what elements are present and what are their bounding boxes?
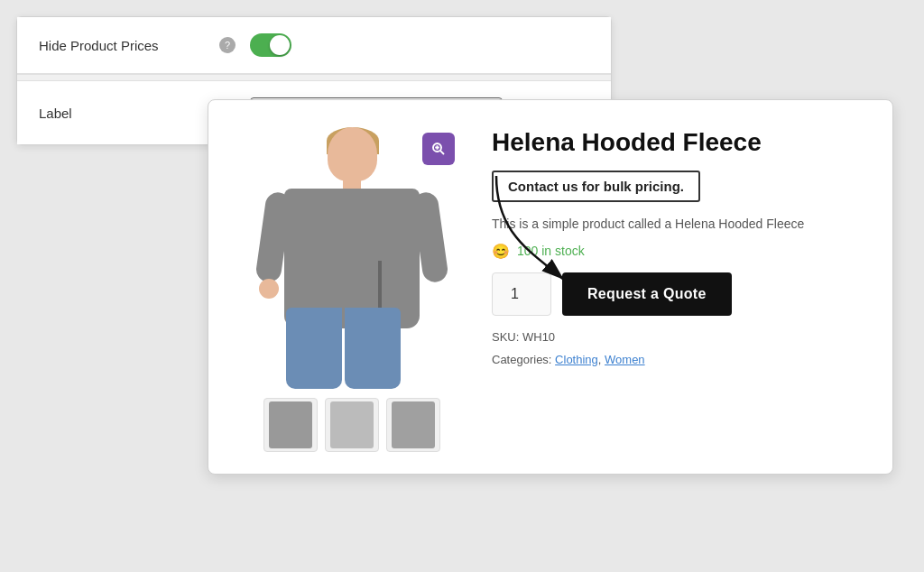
thumbnail-1[interactable] [263,398,318,452]
categories-row: Categories: Clothing, Women [492,353,865,366]
hide-prices-label: Hide Product Prices [39,38,219,53]
request-quote-button[interactable]: Request a Quote [562,272,732,316]
price-label-box: Contact us for bulk pricing. [492,171,700,202]
main-image-container [244,127,460,389]
product-title: Helena Hooded Fleece [492,127,865,158]
stock-text: 100 in stock [517,244,585,258]
person-left-hand [259,279,279,299]
hide-prices-help-icon[interactable]: ? [219,37,236,53]
sku-value: WH10 [522,330,555,344]
settings-divider [17,74,611,81]
toggle-wrapper [250,33,291,57]
quantity-input[interactable] [492,272,551,316]
stock-smiley-icon: 😊 [492,243,510,260]
product-info-section: Helena Hooded Fleece Contact us for bulk… [474,127,865,452]
toggle-knob [270,35,290,55]
sku-label: SKU: [492,330,519,344]
product-description: This is a simple product called a Helena… [492,215,865,234]
person-pants-left [286,308,342,389]
categories-label: Categories: [492,353,551,366]
person-pants-right [345,308,401,389]
thumbnail-3[interactable] [386,398,440,452]
thumbnail-2[interactable] [325,398,379,452]
hide-prices-row: Hide Product Prices ? [17,17,611,74]
product-image-section [230,127,474,452]
label-field-label: Label [39,106,219,121]
product-panel: Helena Hooded Fleece Contact us for bulk… [208,99,893,475]
person-head [328,127,377,181]
product-image [257,127,447,389]
svg-line-1 [440,151,444,154]
category-women-link[interactable]: Women [605,353,645,366]
thumbnail-row [263,398,440,452]
sku-row: SKU: WH10 [492,330,865,344]
zoom-icon-button[interactable] [422,133,455,165]
qty-cart-row: Request a Quote [492,272,865,316]
stock-row: 😊 100 in stock [492,243,865,260]
hide-prices-toggle[interactable] [250,33,291,57]
zoom-icon [430,141,447,157]
category-clothing-link[interactable]: Clothing [555,353,598,366]
